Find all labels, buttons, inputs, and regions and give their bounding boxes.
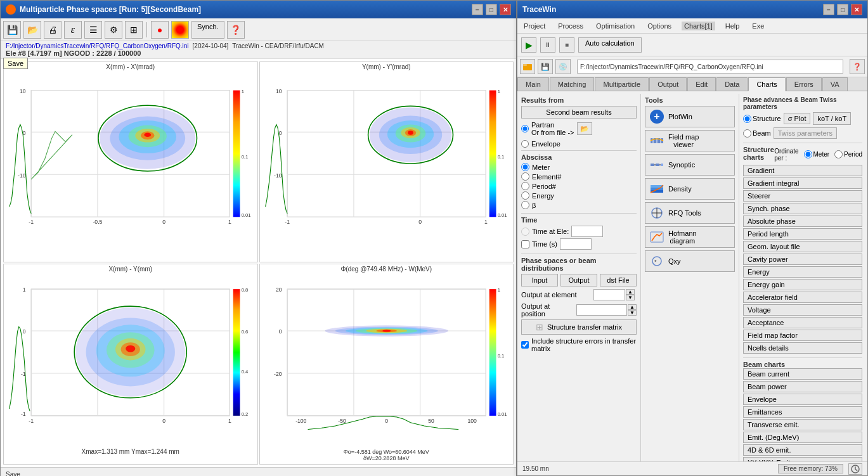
path-input[interactable]: F:/Injector/DynamicsTracewin/RFQ/RFQ_Car… [577,60,843,74]
list-btn[interactable]: ☰ [84,21,102,39]
tab-multiparticle[interactable]: Multiparticle [595,77,649,91]
sigma-plot-btn[interactable]: σ Plot [784,113,811,124]
position-spin-up[interactable]: ▲ [628,304,637,310]
ncells-details-btn[interactable]: Ncells details [743,342,862,354]
menu-options[interactable]: Options [645,22,674,30]
partran-radio[interactable] [521,125,529,132]
dst-file-btn[interactable]: dst File [600,274,637,286]
acceptance-btn[interactable]: Acceptance [743,317,862,328]
density-btn[interactable]: Density [645,178,735,200]
voltage-btn[interactable]: Voltage [743,304,862,316]
plotwin-btn[interactable]: + PlotWin [645,106,735,127]
maximize-btn[interactable]: □ [486,4,497,15]
abscissa-element-radio[interactable] [521,172,529,181]
gradient-btn[interactable]: Gradient [743,165,862,176]
envelope-btn[interactable]: Envelope [743,394,862,405]
abscissa-period-radio[interactable] [521,182,529,190]
right-maximize-btn[interactable]: □ [837,4,848,15]
right-minimize-btn[interactable]: − [823,4,834,15]
open-folder-btn[interactable] [520,59,535,74]
cavity-power-btn[interactable]: Cavity power [743,254,862,265]
twiss-params-btn[interactable]: Twiss parameters [774,127,837,139]
pause-btn[interactable]: ⏸ [540,37,555,53]
4d6d-emit-btn[interactable]: 4D & 6D emit. [743,444,862,456]
time-s-input[interactable]: 0 [560,238,592,250]
beam-radio[interactable] [743,129,751,138]
close-btn[interactable]: ✕ [500,4,511,15]
emittances-btn[interactable]: Emittances [743,406,862,418]
ordinate-meter-radio[interactable] [804,150,812,158]
menu-optimisation[interactable]: Optimisation [593,22,637,30]
circle-btn[interactable]: ● [151,21,169,39]
grid-btn[interactable]: ⊞ [125,21,143,39]
tab-charts[interactable]: Charts [748,77,785,91]
envelope-radio[interactable] [521,140,529,148]
menu-project[interactable]: Project [521,22,548,30]
tab-errors[interactable]: Errors [786,77,822,91]
output-element-input[interactable]: 5 [593,289,625,300]
output-btn[interactable]: Output [560,274,597,286]
period-length-btn[interactable]: Period length [743,228,862,240]
synoptic-btn[interactable]: Synoptic [645,154,735,176]
play-btn[interactable]: ▶ [521,37,536,53]
memory-icon-btn[interactable] [848,463,862,475]
accelerator-field-btn[interactable]: Accelerator field [743,292,862,303]
minimize-btn[interactable]: − [472,4,483,15]
absolute-phase-btn[interactable]: Absolute phase [743,215,862,227]
hofmann-btn[interactable]: Hofmann diagram [645,226,735,248]
tab-data[interactable]: Data [716,77,748,91]
abscissa-energy-radio[interactable] [521,191,529,200]
position-spin-down[interactable]: ▼ [628,310,637,316]
time-s-checkbox[interactable] [521,240,529,248]
synch-phase-btn[interactable]: Synch. phase [743,203,862,214]
element-spin-down[interactable]: ▼ [626,295,635,300]
menu-process[interactable]: Process [555,22,586,30]
print-btn[interactable]: 🖨 [44,21,62,39]
tab-matching[interactable]: Matching [550,77,595,91]
ordinate-period-radio[interactable] [834,150,843,158]
synch-btn[interactable]: Synch. [191,21,224,39]
time-at-ele-input[interactable]: 1 [571,226,603,237]
right-close-btn[interactable]: ✕ [851,4,862,15]
tab-output[interactable]: Output [649,77,687,91]
free-memory-btn[interactable]: Free memory: 73% [778,464,843,473]
second-beam-results-btn[interactable]: Second beam results [521,106,637,119]
open-btn[interactable]: 📂 [23,21,41,39]
include-errors-checkbox[interactable] [521,341,529,349]
tab-edit[interactable]: Edit [687,77,716,91]
steerer-btn[interactable]: Steerer [743,190,862,202]
target-btn[interactable] [171,21,189,39]
fieldmap-btn[interactable]: Field map viewer [645,130,735,151]
beam-current-btn[interactable]: Beam current [743,368,862,380]
transfer-matrix-btn[interactable]: ⊞ Structure transfer matrix [521,319,637,335]
tab-va[interactable]: VA [822,77,848,91]
output-position-input[interactable]: 0.0000000 m [576,304,627,316]
epsilon-btn[interactable]: ε [64,21,82,39]
kotkot-btn[interactable]: koT / koT [813,112,851,125]
energy-btn[interactable]: Energy [743,266,862,278]
transverse-emit-btn[interactable]: Transverse emit. [743,419,862,430]
structure-radio[interactable] [743,115,751,123]
emit-degmev-btn[interactable]: Emit. (Deg.MeV) [743,432,862,443]
question-btn[interactable]: ❓ [850,59,865,74]
input-btn[interactable]: Input [521,274,558,286]
save-btn[interactable]: 💾 [3,21,21,39]
beam-power-btn[interactable]: Beam power [743,381,862,392]
menu-exe[interactable]: Exe [749,22,767,30]
qxy-btn[interactable]: * Qxy [645,250,735,272]
disk-btn[interactable]: 💿 [555,59,571,74]
energy-gain-btn[interactable]: Energy gain [743,279,862,290]
element-spin-up[interactable]: ▲ [626,289,635,295]
geom-layout-btn[interactable]: Geom. layout file [743,241,862,252]
save-file-btn[interactable]: 💾 [538,59,553,74]
gradient-integral-btn[interactable]: Gradient integral [743,177,862,189]
abscissa-beta-radio[interactable] [521,201,529,209]
abscissa-meter-radio[interactable] [521,163,529,171]
gear-btn[interactable]: ⚙ [105,21,122,39]
menu-charts[interactable]: Charts[1] [682,22,715,30]
help-btn[interactable]: ❓ [227,21,245,39]
stop-btn[interactable]: ■ [559,37,574,53]
tab-main[interactable]: Main [517,77,549,91]
rfqtools-btn[interactable]: RFQ Tools [645,202,735,224]
auto-calc-btn[interactable]: Auto calculation [578,37,642,53]
